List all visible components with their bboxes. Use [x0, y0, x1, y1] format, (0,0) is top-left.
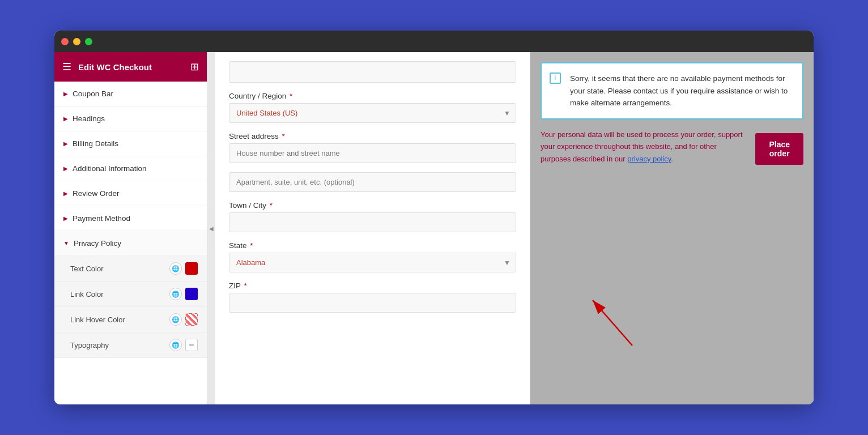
link-hover-globe-icon[interactable]: 🌐 [169, 313, 182, 326]
grid-icon[interactable]: ⊞ [190, 61, 199, 73]
text-color-swatch[interactable] [185, 262, 198, 275]
link-color-controls: 🌐 [169, 288, 198, 300]
sidebar-item-label: Privacy Policy [74, 239, 121, 248]
notice-icon: i [550, 72, 562, 85]
country-select-wrap: United States (US) ▼ [229, 103, 516, 123]
sidebar-header-left: ☰ Edit WC Checkout [62, 61, 152, 73]
titlebar [54, 31, 814, 52]
street-address-group: Street address * [229, 132, 516, 163]
typography-globe-icon[interactable]: 🌐 [169, 339, 182, 351]
sidebar-item-headings[interactable]: ▶ Headings [54, 106, 207, 131]
state-label: State * [229, 241, 516, 250]
sub-item-typography: Typography 🌐 ✏ [54, 332, 207, 358]
chevron-right-icon: ▶ [63, 215, 68, 221]
sub-item-text-color: Text Color 🌐 [54, 256, 207, 282]
chevron-right-icon: ▶ [63, 116, 68, 122]
link-hover-color-swatch[interactable] [185, 313, 198, 326]
right-panel-bottom: Your personal data will be used to proce… [541, 129, 803, 165]
country-region-label: Country / Region * [229, 92, 516, 100]
link-color-swatch[interactable] [185, 288, 198, 300]
state-group: State * Alabama ▼ [229, 241, 516, 272]
sidebar-item-label: Billing Details [73, 139, 118, 148]
sub-item-link-color: Link Color 🌐 [54, 282, 207, 307]
text-color-controls: 🌐 [169, 262, 198, 275]
svg-line-1 [593, 300, 632, 346]
privacy-policy-sub-items: Text Color 🌐 Link Color 🌐 [54, 256, 207, 358]
sidebar-item-additional-information[interactable]: ▶ Additional Information [54, 156, 207, 181]
chevron-right-icon: ▶ [63, 165, 68, 172]
sidebar-item-label: Headings [73, 114, 105, 123]
sidebar-items: ▶ Coupon Bar ▶ Headings ▶ Billing Detail… [54, 82, 207, 404]
sub-item-link-hover-color: Link Hover Color 🌐 [54, 307, 207, 332]
apartment-input[interactable] [229, 172, 516, 192]
collapse-handle[interactable]: ◀ [207, 52, 215, 404]
hamburger-icon[interactable]: ☰ [62, 61, 71, 73]
sidebar-title: Edit WC Checkout [78, 62, 152, 72]
right-panel: i Sorry, it seems that there are no avai… [530, 52, 814, 404]
typography-controls: 🌐 ✏ [169, 339, 198, 351]
town-city-label: Town / City * [229, 201, 516, 210]
link-hover-color-controls: 🌐 [169, 313, 198, 326]
required-marker: * [244, 282, 247, 290]
sidebar-item-payment-method[interactable]: ▶ Payment Method [54, 206, 207, 231]
app-window: ☰ Edit WC Checkout ⊞ ▶ Coupon Bar ▶ Head… [54, 31, 814, 404]
sub-item-label: Link Color [70, 290, 104, 298]
sidebar-item-label: Coupon Bar [73, 89, 113, 98]
chevron-right-icon: ▶ [63, 91, 68, 97]
required-marker: * [270, 201, 273, 210]
privacy-text: Your personal data will be used to proce… [541, 129, 748, 165]
maximize-button[interactable] [85, 38, 92, 45]
sidebar-item-review-order[interactable]: ▶ Review Order [54, 181, 207, 206]
arrow-svg [576, 289, 644, 357]
privacy-text-after: . [671, 155, 673, 163]
sub-item-label: Text Color [70, 265, 104, 273]
chevron-right-icon: ▶ [63, 140, 68, 147]
sidebar-header: ☰ Edit WC Checkout ⊞ [54, 52, 207, 82]
typography-edit-icon[interactable]: ✏ [185, 339, 198, 351]
annotation-arrow [576, 289, 644, 359]
sidebar-item-billing-details[interactable]: ▶ Billing Details [54, 131, 207, 156]
notice-icon-inner: i [550, 72, 561, 84]
street-address-label: Street address * [229, 132, 516, 140]
sidebar-item-coupon-bar[interactable]: ▶ Coupon Bar [54, 82, 207, 106]
required-marker: * [250, 241, 253, 250]
country-select[interactable]: United States (US) [229, 103, 516, 123]
country-region-group: Country / Region * United States (US) ▼ [229, 92, 516, 123]
sidebar-item-privacy-policy[interactable]: ▼ Privacy Policy [54, 231, 207, 256]
top-input-placeholder [229, 61, 516, 83]
state-select-wrap: Alabama ▼ [229, 253, 516, 272]
apartment-group [229, 172, 516, 192]
town-city-group: Town / City * [229, 201, 516, 232]
place-order-button[interactable]: Place order [755, 133, 803, 165]
zip-input[interactable] [229, 293, 516, 313]
sidebar: ☰ Edit WC Checkout ⊞ ▶ Coupon Bar ▶ Head… [54, 52, 207, 404]
zip-label: ZIP * [229, 282, 516, 290]
sub-item-label: Typography [70, 341, 109, 349]
app-body: ☰ Edit WC Checkout ⊞ ▶ Coupon Bar ▶ Head… [54, 52, 814, 404]
state-select[interactable]: Alabama [229, 253, 516, 272]
minimize-button[interactable] [73, 38, 80, 45]
text-color-globe-icon[interactable]: 🌐 [169, 262, 182, 275]
sidebar-item-label: Additional Information [73, 164, 147, 173]
notice-box: i Sorry, it seems that there are no avai… [541, 62, 803, 120]
privacy-policy-link[interactable]: privacy policy [627, 155, 671, 163]
main-area: ◀ Country / Region * United States (US) [207, 52, 814, 404]
required-marker: * [282, 132, 285, 140]
sidebar-item-label: Review Order [73, 189, 120, 198]
notice-text: Sorry, it seems that there are no availa… [570, 74, 788, 107]
town-city-input[interactable] [229, 212, 516, 232]
sidebar-item-label: Payment Method [73, 214, 130, 223]
street-address-input[interactable] [229, 143, 516, 163]
chevron-right-icon: ▶ [63, 190, 68, 197]
close-button[interactable] [61, 38, 69, 45]
form-panel: Country / Region * United States (US) ▼ … [215, 52, 530, 404]
link-color-globe-icon[interactable]: 🌐 [169, 288, 182, 300]
sub-item-label: Link Hover Color [70, 315, 125, 324]
zip-group: ZIP * [229, 282, 516, 313]
chevron-down-icon: ▼ [63, 240, 69, 246]
required-marker: * [290, 92, 292, 100]
